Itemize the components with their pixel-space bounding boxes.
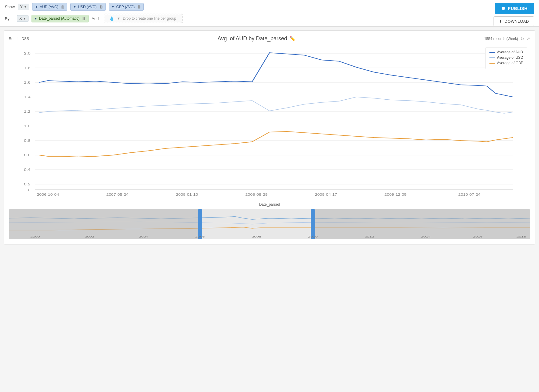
legend-aud-label: Average of AUD xyxy=(497,50,523,54)
chart-title-area: Avg. of AUD by Date_parsed ✏️ xyxy=(218,35,296,42)
svg-text:2007-05-24: 2007-05-24 xyxy=(106,193,129,196)
drop-zone[interactable]: 💧 ▼ Drop to create one line per group xyxy=(104,14,182,23)
drop-placeholder: Drop to create one line per group xyxy=(123,16,176,21)
svg-text:2014: 2014 xyxy=(421,235,430,238)
svg-text:2012: 2012 xyxy=(364,235,374,238)
gbp-pill-label: GBP (AVG) xyxy=(116,5,135,9)
svg-text:2016: 2016 xyxy=(473,235,483,238)
drop-icon: 💧 xyxy=(109,16,114,21)
svg-text:2006: 2006 xyxy=(195,235,205,238)
svg-rect-33 xyxy=(198,209,202,239)
x-axis-label: X xyxy=(19,16,22,21)
svg-text:0.2: 0.2 xyxy=(24,182,31,186)
chart-legend: Average of AUD Average of USD Average of… xyxy=(485,47,527,69)
legend-gbp-label: Average of GBP xyxy=(497,61,524,65)
svg-text:1.6: 1.6 xyxy=(24,81,31,84)
chart-container: Run: In DSS Avg. of AUD by Date_parsed ✏… xyxy=(4,30,535,244)
expand-icon[interactable]: ⤢ xyxy=(527,36,530,41)
main-chart-svg: 2.0 1.8 1.6 1.4 1.2 1.0 0.8 0.6 0.4 0.2 … xyxy=(9,44,530,202)
svg-rect-31 xyxy=(313,209,530,239)
gbp-delete-btn[interactable]: 🗑 xyxy=(137,5,141,9)
download-icon: ⬇ xyxy=(499,19,502,24)
by-row: By X ▼ ▼ Date_parsed (Automatic) 🗑 And 💧… xyxy=(5,14,472,23)
and-label: And xyxy=(92,16,101,21)
chart-title-text: Avg. of AUD by Date_parsed xyxy=(218,35,287,42)
y-arrow-icon: ▼ xyxy=(24,5,27,8)
legend-aud: Average of AUD xyxy=(489,50,524,54)
svg-text:2010-07-24: 2010-07-24 xyxy=(458,193,480,196)
svg-rect-30 xyxy=(9,209,200,239)
publish-label: PUBLISH xyxy=(508,6,527,11)
edit-title-icon[interactable]: ✏️ xyxy=(290,36,296,42)
gbp-pill[interactable]: ▼ GBP (AVG) 🗑 xyxy=(109,3,144,11)
legend-aud-color xyxy=(489,52,495,53)
download-button[interactable]: ⬇ DOWNLOAD xyxy=(494,16,534,26)
show-row: Show Y ▼ ▼ AUD (AVG) 🗑 ▼ USD (AVG) 🗑 ▼ G… xyxy=(5,3,472,11)
aud-pill[interactable]: ▼ AUD (AVG) 🗑 xyxy=(32,3,67,11)
publish-button[interactable]: ⊞ PUBLISH xyxy=(495,3,534,14)
x-pill-label: Date_parsed (Automatic) xyxy=(39,16,79,21)
mini-chart-svg[interactable]: 2000 2002 2004 2006 2008 2010 2012 2014 … xyxy=(9,209,530,239)
aud-pill-label: AUD (AVG) xyxy=(40,5,58,9)
x-pill-delete-btn[interactable]: 🗑 xyxy=(82,16,86,21)
publish-icon: ⊞ xyxy=(502,6,506,11)
x-arrow-icon: ▼ xyxy=(23,17,26,20)
chart-area: Average of AUD Average of USD Average of… xyxy=(9,44,530,239)
x-pill[interactable]: ▼ Date_parsed (Automatic) 🗑 xyxy=(32,15,89,22)
svg-text:1.4: 1.4 xyxy=(24,95,31,99)
chart-run: Run: In DSS xyxy=(9,37,29,41)
svg-text:2008-01-10: 2008-01-10 xyxy=(176,193,198,196)
show-label: Show xyxy=(5,5,15,9)
svg-text:0: 0 xyxy=(28,188,31,192)
top-actions: ⊞ PUBLISH ⬇ DOWNLOAD xyxy=(494,3,534,26)
toolbar: Show Y ▼ ▼ AUD (AVG) 🗑 ▼ USD (AVG) 🗑 ▼ G… xyxy=(0,0,539,27)
svg-text:2008: 2008 xyxy=(252,235,261,238)
svg-text:2004: 2004 xyxy=(139,235,149,238)
chart-header: Run: In DSS Avg. of AUD by Date_parsed ✏… xyxy=(9,35,530,42)
y-axis-label: Y xyxy=(20,5,23,9)
svg-text:2000: 2000 xyxy=(30,235,40,238)
svg-text:1.8: 1.8 xyxy=(24,66,31,70)
legend-gbp-color xyxy=(489,63,495,64)
download-label: DOWNLOAD xyxy=(504,19,529,24)
usd-arrow-icon: ▼ xyxy=(73,5,76,8)
legend-gbp: Average of GBP xyxy=(489,61,524,65)
y-axis-selector[interactable]: Y ▼ xyxy=(18,4,29,10)
svg-text:1.0: 1.0 xyxy=(24,124,31,128)
usd-delete-btn[interactable]: 🗑 xyxy=(99,5,103,9)
refresh-icon[interactable]: ↻ xyxy=(521,36,524,41)
usd-pill[interactable]: ▼ USD (AVG) 🗑 xyxy=(70,3,105,11)
gbp-arrow-icon: ▼ xyxy=(112,5,115,8)
svg-text:2.0: 2.0 xyxy=(24,51,31,55)
svg-text:2006-10-04: 2006-10-04 xyxy=(37,193,59,196)
chart-meta: 1554 records (Week) ↻ ⤢ xyxy=(484,36,530,41)
x-pill-arrow-icon: ▼ xyxy=(34,17,37,20)
records-label: 1554 records (Week) xyxy=(484,37,518,41)
legend-usd-label: Average of USD xyxy=(497,55,524,60)
svg-rect-34 xyxy=(311,209,315,239)
legend-usd: Average of USD xyxy=(489,55,524,60)
x-axis-label: Date_parsed xyxy=(9,202,530,207)
svg-text:2002: 2002 xyxy=(85,235,94,238)
svg-text:2018: 2018 xyxy=(516,235,526,238)
svg-text:2009-04-17: 2009-04-17 xyxy=(315,193,337,196)
svg-text:0.8: 0.8 xyxy=(24,139,31,142)
svg-text:1.2: 1.2 xyxy=(24,110,31,113)
svg-text:2009-12-05: 2009-12-05 xyxy=(384,193,407,196)
legend-usd-color xyxy=(489,57,495,58)
x-axis-selector[interactable]: X ▼ xyxy=(17,15,28,22)
aud-arrow-icon: ▼ xyxy=(35,5,38,8)
svg-text:0.4: 0.4 xyxy=(24,168,31,171)
svg-text:2008-08-29: 2008-08-29 xyxy=(245,193,267,196)
aud-delete-btn[interactable]: 🗑 xyxy=(61,5,65,9)
by-label: By xyxy=(5,16,14,21)
drop-arrow-icon: ▼ xyxy=(117,16,120,21)
svg-text:2010: 2010 xyxy=(308,235,318,238)
svg-text:0.6: 0.6 xyxy=(24,153,31,157)
usd-pill-label: USD (AVG) xyxy=(78,5,96,9)
